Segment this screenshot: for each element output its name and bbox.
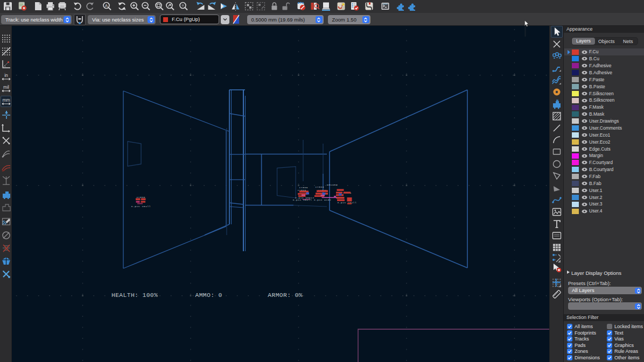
svg-text:HEALTH: 100%: HEALTH: 100% bbox=[111, 292, 158, 299]
svg-text:A: A bbox=[105, 3, 108, 8]
svg-text:ITEM0: ITEM0 bbox=[137, 196, 146, 198]
svg-text:ITEM3: ITEM3 bbox=[316, 186, 325, 188]
svg-text:mil: mil bbox=[3, 84, 9, 90]
svg-text:3-pin w0pin: 3-pin w0pin bbox=[295, 197, 314, 199]
svg-text:ARMOR: 0%: ARMOR: 0% bbox=[268, 292, 303, 299]
svg-text:3-pin small: 3-pin small bbox=[338, 202, 357, 204]
svg-text:mm: mm bbox=[2, 97, 10, 103]
svg-text:ITEM5: ITEM5 bbox=[299, 186, 309, 189]
svg-text:in: in bbox=[4, 73, 8, 78]
svg-text:3-pin small 3-pin wide: 3-pin small 3-pin wide bbox=[293, 199, 332, 201]
svg-text:3-pin small: 3-pin small bbox=[131, 205, 151, 208]
svg-text:DECOR0: DECOR0 bbox=[327, 183, 338, 186]
svg-text:AMMO: 0: AMMO: 0 bbox=[195, 292, 222, 299]
